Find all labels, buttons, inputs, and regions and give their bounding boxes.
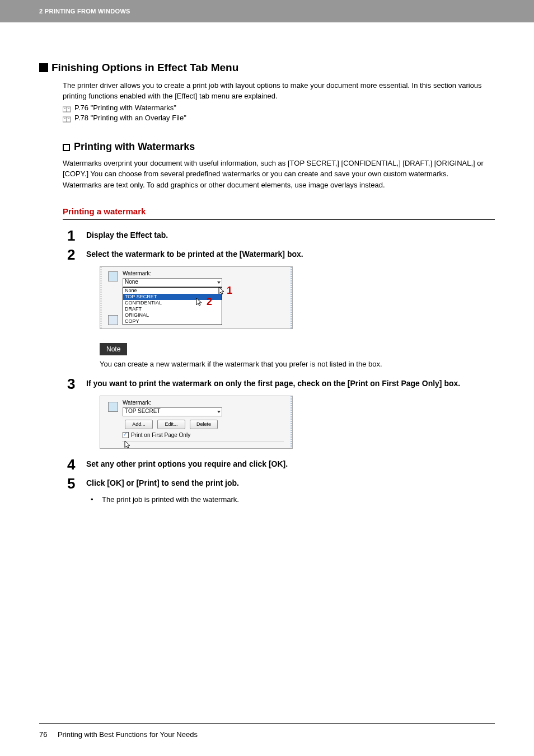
edit-button[interactable]: Edit... (157, 420, 185, 429)
callout-marker-2: 2 (207, 296, 212, 308)
step-2: 2 Select the watermark to be printed at … (67, 247, 495, 262)
heading-2-row: Printing with Watermarks (63, 141, 495, 153)
screenshot-1-container: Watermark: None None TOP SECRET CONFIDEN… (100, 266, 495, 329)
option-original[interactable]: ORIGINAL (123, 312, 222, 318)
hollow-bullet-icon (63, 144, 70, 151)
intro-text: The printer driver allows you to create … (63, 81, 495, 102)
crop-edge (100, 267, 102, 328)
option-copy[interactable]: COPY (123, 318, 222, 325)
note-text: You can create a new watermark if the wa… (100, 360, 495, 368)
print-first-page-checkbox[interactable] (123, 432, 129, 438)
step-number: 5 (67, 476, 86, 491)
screenshot-watermark-checkbox: Watermark: TOP SECRET Add... Edit... Del… (100, 396, 293, 449)
watermark-icon (108, 271, 118, 281)
reference-link-1[interactable]: P.76 "Printing with Watermarks" (74, 104, 176, 112)
reference-row-1: P.76 "Printing with Watermarks" (63, 104, 495, 112)
header-title: 2 PRINTING FROM WINDOWS (39, 8, 130, 15)
footer-title: Printing with Best Functions for Your Ne… (58, 730, 198, 739)
cursor-icon (124, 440, 133, 451)
screenshot-2-container: Watermark: TOP SECRET Add... Edit... Del… (100, 396, 495, 449)
select-value: TOP SECRET (125, 408, 161, 414)
step-number: 2 (67, 247, 86, 262)
overlay-icon (108, 315, 118, 325)
bullet-icon: • (91, 495, 102, 504)
page-header: 2 PRINTING FROM WINDOWS (0, 0, 534, 22)
intro-paragraph: The printer driver allows you to create … (63, 81, 495, 102)
book-icon (63, 105, 71, 111)
step-text: Click [OK] or [Print] to send the print … (86, 476, 239, 491)
print-first-page-row: Print on First Page Only (123, 432, 190, 438)
watermark-select[interactable]: TOP SECRET (123, 407, 222, 416)
crop-edge (291, 396, 292, 448)
heading-1: Finishing Options in Effect Tab Menu (51, 62, 238, 74)
paragraph-2: Watermarks are text only. To add graphic… (63, 180, 495, 191)
add-button[interactable]: Add... (125, 420, 153, 429)
heading-3: Printing a watermark (63, 206, 495, 216)
step-number: 3 (67, 377, 86, 391)
step-text: Display the Effect tab. (86, 228, 168, 243)
cursor-icon (195, 297, 204, 308)
section-body: Watermarks overprint your document with … (63, 158, 495, 191)
select-value: None (125, 279, 138, 285)
step-5: 5 Click [OK] or [Print] to send the prin… (67, 476, 495, 491)
step-1: 1 Display the Effect tab. (67, 228, 495, 243)
option-none[interactable]: None (123, 288, 222, 294)
chevron-down-icon (217, 281, 221, 284)
bullet-row: • The print job is printed with the wate… (91, 495, 495, 504)
chevron-down-icon (217, 411, 221, 413)
step-4: 4 Set any other print options you requir… (67, 457, 495, 472)
footer-divider (39, 723, 495, 724)
watermark-label: Watermark: (123, 270, 151, 276)
screenshot-watermark-dropdown: Watermark: None None TOP SECRET CONFIDEN… (100, 266, 293, 329)
watermark-icon (108, 402, 118, 412)
step-number: 4 (67, 457, 86, 472)
page-content: Finishing Options in Effect Tab Menu The… (0, 62, 534, 504)
heading-2: Printing with Watermarks (74, 141, 195, 153)
heading-1-row: Finishing Options in Effect Tab Menu (39, 62, 495, 74)
cursor-icon (218, 286, 227, 297)
bullet-square-icon (39, 63, 48, 72)
bullet-text: The print job is printed with the waterm… (102, 495, 239, 504)
book-icon (63, 115, 71, 121)
note-badge: Note (100, 343, 127, 355)
step-text: If you want to print the watermark on on… (86, 377, 460, 391)
separator-line (122, 441, 284, 442)
step-3: 3 If you want to print the watermark on … (67, 377, 495, 391)
paragraph-1: Watermarks overprint your document with … (63, 158, 495, 180)
callout-marker-1: 1 (227, 285, 232, 297)
divider (63, 219, 495, 220)
watermark-select[interactable]: None (123, 278, 222, 287)
delete-button[interactable]: Delete (190, 420, 218, 429)
checkbox-label: Print on First Page Only (131, 432, 190, 438)
watermark-label: Watermark: (123, 400, 151, 406)
reference-link-2[interactable]: P.78 "Printing with an Overlay File" (74, 114, 186, 122)
reference-row-2: P.78 "Printing with an Overlay File" (63, 114, 495, 122)
page-number: 76 (39, 730, 47, 739)
page-footer: 76 Printing with Best Functions for Your… (0, 723, 534, 756)
step-number: 1 (67, 228, 86, 243)
step-text: Select the watermark to be printed at th… (86, 247, 303, 262)
crop-edge (291, 267, 292, 328)
step-text: Set any other print options you require … (86, 457, 288, 472)
